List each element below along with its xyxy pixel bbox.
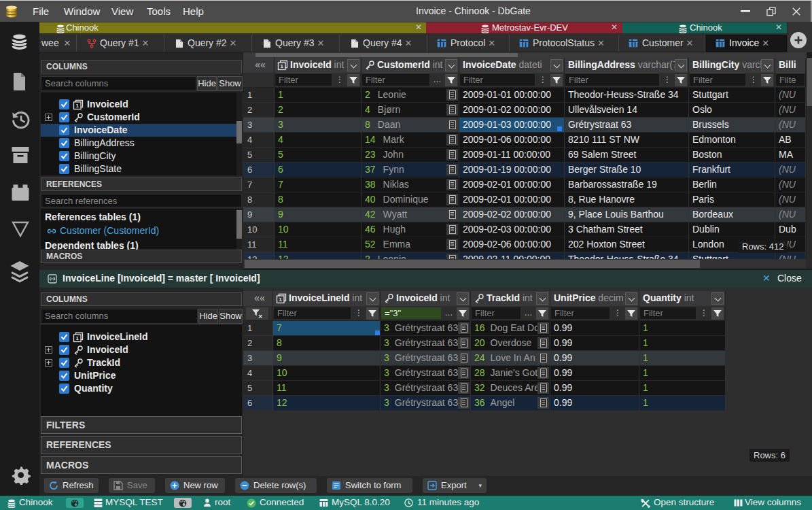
svg-text:1: 1 [279, 296, 282, 303]
svg-text:1: 1 [75, 103, 79, 109]
svg-text:1: 1 [75, 335, 79, 341]
svg-text:1: 1 [280, 63, 283, 69]
